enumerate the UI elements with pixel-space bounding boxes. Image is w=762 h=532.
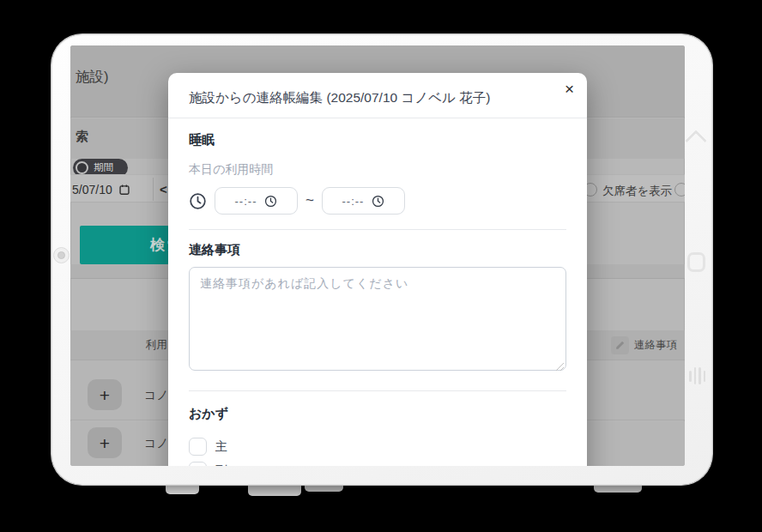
- sub-dish-checkbox[interactable]: [189, 462, 207, 466]
- add-entry-button[interactable]: +: [88, 427, 122, 458]
- start-time-value: --:--: [235, 195, 257, 208]
- usage-time-label: 本日の利用時間: [189, 161, 566, 177]
- chevron-up-icon: [685, 130, 706, 151]
- tablet-frame: 施設) 索 期間 5/07/10 < 欠: [51, 34, 712, 485]
- start-time-input[interactable]: --:--: [215, 187, 298, 215]
- notes-column-header: 連絡事項: [634, 330, 677, 360]
- search-section-heading: 索: [76, 129, 88, 145]
- divider: [153, 178, 154, 201]
- side-dish-option: 副: [189, 462, 566, 466]
- date-picker[interactable]: 5/07/10: [72, 175, 130, 203]
- clock-icon: [264, 195, 277, 208]
- modal-header: 施設からの連絡帳編集 (2025/07/10 コノベル 花子) ×: [168, 73, 587, 118]
- close-icon[interactable]: ×: [565, 81, 574, 97]
- modal-title: 施設からの連絡帳編集 (2025/07/10 コノベル 花子): [189, 89, 546, 106]
- user-name: コノ: [144, 436, 169, 451]
- sleep-heading: 睡眠: [189, 131, 566, 148]
- pencil-icon: [614, 340, 626, 351]
- date-value: 5/07/10: [72, 183, 112, 196]
- end-time-input[interactable]: --:--: [322, 187, 405, 215]
- clock-icon: [372, 195, 384, 208]
- sleep-time-row: --:-- ~ --:--: [189, 187, 566, 215]
- user-name: コノ: [144, 388, 169, 403]
- main-dish-label: 主: [215, 439, 227, 455]
- side-dish-option: 主: [189, 438, 566, 456]
- sub-dish-label: 副: [215, 463, 227, 467]
- modal-body: 睡眠 本日の利用時間 --:--: [168, 131, 587, 466]
- home-button-icon: [687, 252, 705, 272]
- usage-column-header: 利用: [146, 330, 167, 360]
- toggle-knob-icon: [76, 161, 88, 174]
- grille-icon: [689, 367, 705, 384]
- page-title: 施設): [76, 68, 109, 87]
- notes-textarea[interactable]: [189, 267, 566, 371]
- side-dish-heading: おかず: [189, 405, 566, 422]
- period-toggle-label: 期間: [94, 163, 113, 173]
- camera-icon: [53, 247, 70, 263]
- edit-notes-icon[interactable]: [611, 336, 629, 354]
- notes-textarea-wrap: [189, 267, 566, 374]
- show-absentees-label: 欠席者を表示: [602, 184, 672, 199]
- clock-icon: [189, 192, 207, 210]
- divider: [189, 229, 566, 230]
- main-dish-checkbox[interactable]: [189, 438, 207, 456]
- tablet-screen: 施設) 索 期間 5/07/10 < 欠: [70, 45, 685, 466]
- add-entry-button[interactable]: +: [88, 379, 122, 410]
- stage: 施設) 索 期間 5/07/10 < 欠: [0, 0, 762, 532]
- divider: [189, 390, 566, 391]
- end-time-value: --:--: [342, 195, 364, 208]
- time-range-separator: ~: [305, 192, 314, 209]
- edit-contact-book-modal: 施設からの連絡帳編集 (2025/07/10 コノベル 花子) × 睡眠 本日の…: [168, 73, 587, 466]
- calendar-icon: [118, 184, 130, 196]
- toggle-icon[interactable]: [674, 183, 685, 196]
- notes-heading: 連絡事項: [189, 241, 566, 258]
- previous-day-button[interactable]: <: [160, 175, 167, 203]
